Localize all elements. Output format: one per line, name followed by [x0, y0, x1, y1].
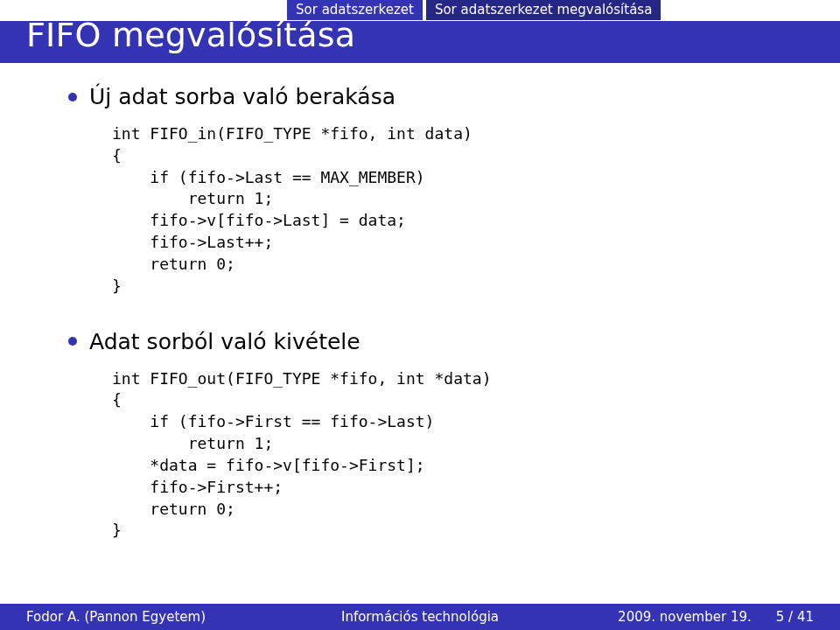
footer-course: Információs technológia [341, 609, 499, 625]
footer-date: 2009. november 19. [618, 609, 752, 625]
footer-author: Fodor A. (Pannon Egyetem) [0, 609, 206, 625]
slide: Sor adatszerkezet Sor adatszerkezet megv… [0, 0, 840, 630]
bullet-item-1: Új adat sorba való berakása [68, 84, 805, 109]
slide-title: FIFO megvalósítása [26, 16, 355, 54]
bullet-icon [68, 93, 77, 102]
footer: Fodor A. (Pannon Egyetem) Információs te… [0, 604, 840, 630]
tab-subsection[interactable]: Sor adatszerkezet megvalósítása [426, 0, 661, 20]
bullet-text-2: Adat sorból való kivétele [89, 329, 360, 354]
slide-content: Új adat sorba való berakása int FIFO_in(… [68, 84, 805, 550]
code-block-1: int FIFO_in(FIFO_TYPE *fifo, int data) {… [112, 123, 805, 298]
footer-page: 5 / 41 [776, 609, 814, 625]
bullet-text-1: Új adat sorba való berakása [89, 84, 396, 109]
bullet-icon [68, 337, 77, 346]
bullet-item-2: Adat sorból való kivétele [68, 329, 805, 354]
code-block-2: int FIFO_out(FIFO_TYPE *fifo, int *data)… [112, 368, 805, 542]
